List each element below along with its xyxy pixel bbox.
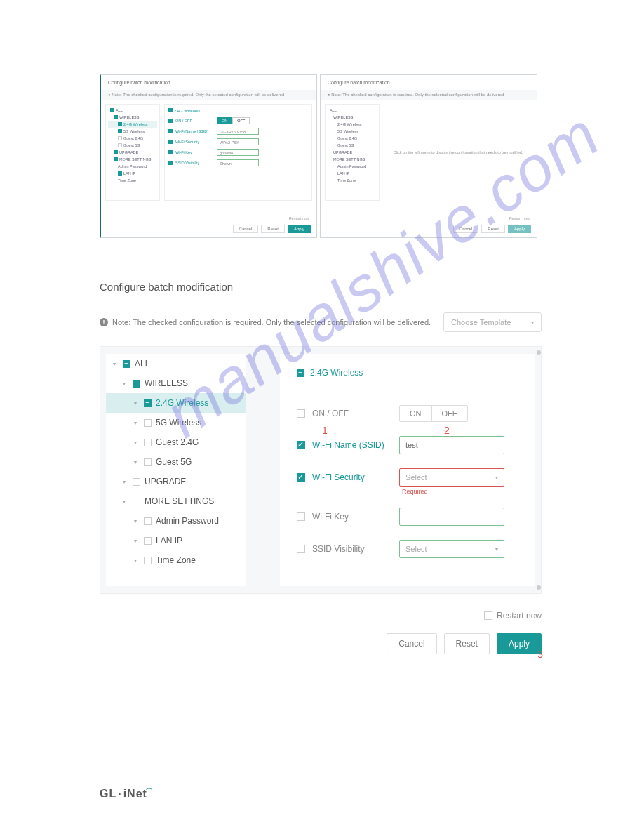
chevron-down-icon: ▾ xyxy=(531,319,534,326)
checkbox-icon[interactable] xyxy=(123,360,130,368)
checkbox-icon[interactable] xyxy=(144,439,152,446)
row-key: Wi-Fi Key xyxy=(297,508,518,526)
tree-item-all[interactable]: ▾ALL xyxy=(106,354,246,373)
choose-template-select[interactable]: Choose Template ▾ xyxy=(443,312,542,332)
tree-item-24g[interactable]: ▾2.4G Wireless xyxy=(106,393,246,413)
tree-item-lan[interactable]: ▾LAN IP xyxy=(106,531,246,550)
thumb-right-note: ● Note: The checked configuration is req… xyxy=(321,90,537,100)
label-key: Wi-Fi Key xyxy=(312,512,396,522)
chevron-down-icon: ▾ xyxy=(123,498,128,505)
thumb-left-title: Configure batch modification xyxy=(101,75,316,90)
checkbox-icon[interactable] xyxy=(144,557,152,564)
thumb-left-note: ● Note: The checked configuration is req… xyxy=(101,90,316,100)
thumb-left: Configure batch modification ● Note: The… xyxy=(100,74,317,238)
main-panel: Configure batch modification ! Note: The… xyxy=(100,281,542,654)
checkbox-icon[interactable] xyxy=(297,369,304,377)
toggle-off[interactable]: OFF xyxy=(431,406,467,421)
footer: Restart now Cancel Reset Apply 3 xyxy=(100,611,542,654)
note-text: ! Note: The checked configuration is req… xyxy=(100,318,431,326)
annotation-3: 3 xyxy=(537,649,543,660)
label-security: Wi-Fi Security xyxy=(312,472,396,482)
thumb-left-form: 2.4G Wireless ON / OFFONOFF Wi-Fi Name (… xyxy=(164,104,312,201)
thumb-right-placeholder: Click on the left menu to display the co… xyxy=(384,104,532,201)
wifi-icon: ⏜ xyxy=(146,787,153,795)
checkbox-restart[interactable] xyxy=(484,611,492,620)
label-ssid: Wi-Fi Name (SSID) xyxy=(312,440,396,450)
required-message: Required xyxy=(402,488,428,495)
tree-item-tz[interactable]: ▾Time Zone xyxy=(106,550,246,570)
thumb-right-title: Configure batch modification xyxy=(321,75,537,90)
toggle-on[interactable]: ON xyxy=(400,406,431,421)
thumbnail-panels: Configure batch modification ● Note: The… xyxy=(100,74,537,238)
checkbox-icon[interactable] xyxy=(144,517,152,525)
annotation-2: 2 xyxy=(444,425,450,436)
cancel-button[interactable]: Cancel xyxy=(387,633,436,654)
tree-item-more[interactable]: ▾MORE SETTINGS xyxy=(106,491,246,511)
chevron-down-icon: ▾ xyxy=(123,380,128,387)
input-ssid[interactable] xyxy=(399,436,504,454)
checkbox-ssid[interactable] xyxy=(297,441,305,449)
checkbox-onoff[interactable] xyxy=(297,409,305,418)
config-tree: ▾ALL ▾WIRELESS ▾2.4G Wireless ▾5G Wirele… xyxy=(106,354,246,586)
form-title: 2.4G Wireless xyxy=(297,368,518,378)
chevron-down-icon: ▾ xyxy=(134,557,140,564)
checkbox-visibility[interactable] xyxy=(297,545,305,553)
label-visibility: SSID Visibility xyxy=(312,544,396,554)
chevron-down-icon: ▾ xyxy=(134,400,140,406)
checkbox-icon[interactable] xyxy=(144,399,152,407)
row-onoff: ON / OFF ON OFF xyxy=(297,405,518,422)
chevron-down-icon: ▾ xyxy=(134,459,140,465)
toggle-onoff[interactable]: ON OFF xyxy=(399,405,468,422)
scroll-top-icon[interactable] xyxy=(537,350,541,355)
checkbox-icon[interactable] xyxy=(133,380,140,388)
checkbox-icon[interactable] xyxy=(144,419,152,427)
input-key[interactable] xyxy=(399,508,504,526)
row-visibility: SSID Visibility Select ▾ xyxy=(297,540,518,558)
chevron-down-icon: ▾ xyxy=(123,479,128,485)
tree-item-guest5[interactable]: ▾Guest 5G xyxy=(106,452,246,472)
thumb-right-tree: ALL WIRELESS 2.4G Wireless 5G Wireless G… xyxy=(325,104,380,201)
chevron-down-icon: ▾ xyxy=(113,361,119,367)
thumb-right: Configure batch modification ● Note: The… xyxy=(320,74,537,238)
row-ssid: 1 2 Wi-Fi Name (SSID) xyxy=(297,436,518,454)
chevron-down-icon: ▾ xyxy=(134,439,140,446)
chevron-down-icon: ▾ xyxy=(495,475,498,481)
tree-item-guest24[interactable]: ▾Guest 2.4G xyxy=(106,432,246,452)
tree-item-wireless[interactable]: ▾WIRELESS xyxy=(106,373,246,393)
chevron-down-icon: ▾ xyxy=(134,518,140,524)
select-security[interactable]: Select ▾ xyxy=(399,468,504,486)
chevron-down-icon: ▾ xyxy=(134,538,140,544)
label-onoff: ON / OFF xyxy=(312,409,396,418)
form-panel: 2.4G Wireless ON / OFF ON OFF 1 2 Wi-Fi … xyxy=(280,354,535,586)
checkbox-icon[interactable] xyxy=(133,478,140,486)
annotation-1: 1 xyxy=(322,425,328,436)
checkbox-icon[interactable] xyxy=(133,498,140,505)
checkbox-key[interactable] xyxy=(297,512,305,521)
checkbox-icon[interactable] xyxy=(144,458,152,466)
thumb-left-tree: ALL WIRELESS 2.4G Wireless 5G Wireless G… xyxy=(105,104,160,201)
chevron-down-icon: ▾ xyxy=(495,546,498,552)
checkbox-icon[interactable] xyxy=(144,537,152,545)
info-icon: ! xyxy=(100,318,108,326)
tree-item-upgrade[interactable]: ▾UPGRADE xyxy=(106,472,246,491)
apply-button[interactable]: Apply xyxy=(497,633,542,654)
scroll-bottom-icon[interactable] xyxy=(537,585,541,590)
chevron-down-icon: ▾ xyxy=(134,420,140,426)
select-visibility[interactable]: Select ▾ xyxy=(399,540,504,558)
label-restart: Restart now xyxy=(497,611,542,621)
tree-item-5g[interactable]: ▾5G Wireless xyxy=(106,413,246,432)
checkbox-security[interactable] xyxy=(297,473,305,482)
page-title: Configure batch modification xyxy=(100,281,542,293)
row-security: Wi-Fi Security Select ▾ Required xyxy=(297,468,518,486)
reset-button[interactable]: Reset xyxy=(444,633,490,654)
tree-item-admin[interactable]: ▾Admin Password xyxy=(106,511,246,531)
brand-logo: GL·iNet⏜ xyxy=(100,788,153,800)
